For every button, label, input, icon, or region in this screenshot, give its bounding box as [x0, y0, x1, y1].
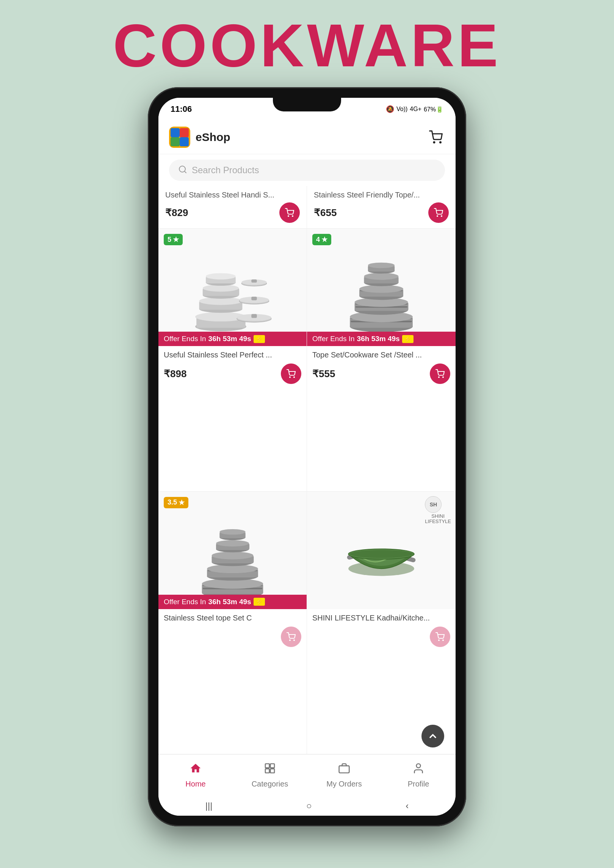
notch [273, 98, 341, 111]
offer-time-3: 36h 53m 49s [208, 598, 251, 606]
nav-label-home: Home [185, 780, 205, 788]
svg-rect-3 [171, 137, 180, 146]
svg-point-83 [439, 640, 439, 641]
offer-banner-2: Offer Ends In 36h 53m 49s ⚡ [307, 332, 456, 346]
partial-product-2[interactable]: Stainless Steel Friendly Tope/... ₹655 [307, 186, 456, 228]
price-row-3 [164, 627, 301, 647]
product-card-2[interactable]: 4 ★ [307, 229, 456, 492]
nav-item-profile[interactable]: Profile [381, 762, 456, 788]
page-title: COOKWARE [113, 15, 501, 76]
product-info-1: Useful Stainless Steel Perfect ... ₹898 [158, 346, 307, 389]
product-image-area-3: 3.5 ★ [158, 492, 307, 609]
svg-rect-4 [180, 137, 189, 146]
android-btn-home[interactable]: ○ [306, 801, 312, 811]
home-icon [190, 762, 202, 777]
add-cart-btn-1[interactable] [281, 363, 301, 384]
price-partial-1: ₹829 [165, 207, 188, 219]
search-bar[interactable]: Search Products [169, 160, 445, 181]
search-icon [178, 165, 187, 175]
svg-point-69 [212, 552, 254, 559]
nav-label-profile: Profile [408, 780, 429, 788]
svg-rect-27 [251, 279, 257, 282]
scroll-up-btn[interactable] [421, 725, 444, 747]
add-cart-btn-partial-1[interactable] [279, 202, 300, 223]
status-time: 11:06 [171, 104, 192, 114]
svg-point-90 [417, 764, 421, 768]
app-header: eShop [158, 121, 456, 154]
svg-point-12 [441, 216, 442, 216]
product-image-area-1: 5 ★ [158, 229, 307, 346]
cart-icon-btn[interactable] [427, 128, 445, 146]
bottom-nav: Home Categories My Order [158, 754, 456, 796]
partial-name-2: Stainless Steel Friendly Tope/... [314, 191, 449, 199]
partial-name-1: Useful Stainless Steel Handi S... [165, 191, 300, 199]
svg-point-72 [216, 540, 249, 547]
add-cart-btn-3[interactable] [281, 627, 301, 647]
lightning-icon-3: ⚡ [254, 598, 265, 606]
add-cart-btn-2[interactable] [430, 363, 450, 384]
svg-point-52 [364, 273, 398, 280]
nav-item-home[interactable]: Home [158, 762, 233, 788]
product-name-1: Useful Stainless Steel Perfect ... [164, 350, 301, 360]
svg-point-56 [439, 377, 439, 378]
svg-line-8 [185, 171, 186, 173]
android-btn-back[interactable]: ‹ [406, 801, 409, 811]
phone-shell: 11:06 🔕 Vo)) 4G+ 67%🔋 [148, 87, 466, 826]
android-btn-recent[interactable]: ||| [205, 801, 213, 811]
offer-banner-3: Offer Ends In 36h 53m 49s ⚡ [158, 595, 307, 609]
offer-banner-1: Offer Ends In 36h 53m 49s ⚡ [158, 332, 307, 346]
price-row-4 [312, 627, 450, 647]
product-card-4[interactable]: SH SHINILIFESTYLE [307, 492, 456, 755]
product-image-area-4: SH SHINILIFESTYLE [307, 492, 456, 609]
price-partial-2: ₹655 [314, 207, 337, 219]
svg-point-76 [290, 640, 290, 641]
svg-point-6 [440, 142, 441, 143]
rating-badge-2: 4 ★ [312, 234, 331, 245]
phone-screen: 11:06 🔕 Vo)) 4G+ 67%🔋 [158, 98, 456, 816]
nav-item-categories[interactable]: Categories [233, 762, 307, 788]
orders-icon [338, 762, 350, 777]
search-placeholder-text: Search Products [192, 165, 259, 175]
status-bar: 11:06 🔕 Vo)) 4G+ 67%🔋 [158, 98, 456, 121]
price-row-partial-2: ₹655 [314, 202, 449, 223]
svg-point-35 [294, 377, 294, 378]
categories-icon [264, 762, 276, 777]
svg-rect-1 [171, 128, 180, 137]
products-rows: 5 ★ [158, 229, 456, 754]
nav-item-orders[interactable]: My Orders [307, 762, 381, 788]
svg-point-75 [219, 529, 245, 535]
rating-badge-3: 3.5 ★ [164, 497, 188, 508]
product-grid: Useful Stainless Steel Handi S... ₹829 S… [158, 186, 456, 754]
partial-product-1[interactable]: Useful Stainless Steel Handi S... ₹829 [158, 186, 307, 228]
profile-icon [412, 762, 424, 777]
svg-point-81 [348, 549, 414, 559]
app-name: eShop [196, 131, 230, 144]
product-image-area-2: 4 ★ [307, 229, 456, 346]
nav-label-orders: My Orders [326, 780, 362, 788]
svg-point-55 [368, 263, 395, 268]
svg-rect-86 [270, 764, 274, 768]
price-2: ₹555 [312, 368, 335, 380]
lightning-icon-1: ⚡ [254, 335, 265, 343]
add-cart-btn-4[interactable] [430, 627, 450, 647]
product-name-4: SHINI LIFESTYLE Kadhai/Kitche... [312, 613, 450, 623]
svg-point-24 [206, 273, 236, 280]
svg-rect-33 [251, 314, 257, 318]
price-row-partial-1: ₹829 [165, 202, 300, 223]
svg-point-57 [443, 377, 443, 378]
product-info-2: Tope Set/Cookware Set /Steel ... ₹555 [307, 346, 456, 389]
svg-point-34 [290, 377, 290, 378]
add-cart-btn-partial-2[interactable] [428, 202, 449, 223]
svg-rect-2 [180, 128, 189, 137]
svg-rect-30 [251, 297, 257, 300]
svg-point-84 [443, 640, 443, 641]
svg-rect-89 [339, 766, 349, 773]
app-logo-icon [169, 127, 190, 148]
svg-point-9 [288, 216, 289, 216]
product-card-3[interactable]: 3.5 ★ [158, 492, 307, 755]
offer-time-1: 36h 53m 49s [208, 335, 251, 343]
price-row-2: ₹555 [312, 363, 450, 384]
price-row-1: ₹898 [164, 363, 301, 384]
product-card-1[interactable]: 5 ★ [158, 229, 307, 492]
lightning-icon-2: ⚡ [402, 335, 414, 343]
